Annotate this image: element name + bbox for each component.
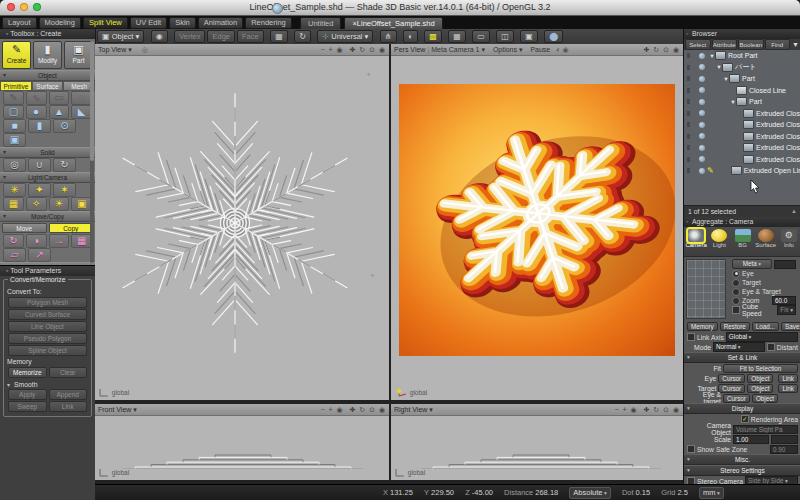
eye-link-button[interactable]: Link xyxy=(778,374,798,383)
aggregate-tab-info[interactable]: ⚙Info xyxy=(778,229,800,248)
smooth-section-header[interactable]: Smooth xyxy=(7,381,88,388)
right-view-header[interactable]: Right View ▾ − + ◉ ✚ ↻ ⊙ ◉ xyxy=(391,404,683,416)
circle-icon[interactable]: ◌ xyxy=(71,91,92,105)
workspace-tab-animation[interactable]: Animation xyxy=(198,17,243,29)
zoom-value[interactable]: 60.0 xyxy=(772,296,796,305)
save-button[interactable]: Save... xyxy=(781,322,800,331)
right-viewport[interactable]: Right View ▾ − + ◉ ✚ ↻ ⊙ ◉ global xyxy=(391,404,683,480)
layout-single-button[interactable]: ▭ xyxy=(472,30,490,43)
radio-eye-target[interactable] xyxy=(732,288,740,296)
tree-item-[interactable]: ▼パート xyxy=(684,62,800,74)
clear-button[interactable]: Clear xyxy=(49,367,88,378)
rendering-area-checkbox[interactable]: ✓ xyxy=(741,415,749,423)
stereo-section-header[interactable]: Stereo Settings xyxy=(684,465,800,476)
target-cursor-button[interactable]: Cursor xyxy=(718,384,745,393)
misc-section-header[interactable]: Misc. xyxy=(684,454,800,465)
grid-snap-button[interactable]: ▩ xyxy=(424,30,442,43)
link-axis-checkbox[interactable] xyxy=(687,333,695,341)
point-light-icon[interactable]: ✳ xyxy=(3,183,26,197)
aggregate-title[interactable]: Aggregate : Camera xyxy=(684,217,800,227)
torus-icon[interactable]: ◎ xyxy=(3,158,26,172)
mirror-copy-icon[interactable]: ◑ xyxy=(26,234,47,248)
aggregate-tab-surface[interactable]: Surface xyxy=(755,229,777,248)
copy-button[interactable]: Copy xyxy=(49,223,94,233)
browser-tab-find[interactable]: Find xyxy=(765,39,791,50)
camera-meta-dropdown[interactable]: Meta xyxy=(732,259,772,269)
move-button[interactable]: Move xyxy=(2,223,47,233)
visibility-dot-icon[interactable] xyxy=(699,133,705,139)
object-tab-primitive[interactable]: Primitive xyxy=(0,81,32,91)
sweep-icon[interactable]: ∪ xyxy=(28,158,51,172)
layout-quad-button[interactable]: ▣ xyxy=(520,30,538,43)
browser-title[interactable]: Browser xyxy=(684,29,800,39)
smooth-link-button[interactable]: Link xyxy=(49,401,88,412)
path-light-icon[interactable]: ✧ xyxy=(26,197,47,211)
safe-zone-checkbox[interactable] xyxy=(687,445,695,453)
visibility-dot-icon[interactable] xyxy=(699,87,705,93)
visibility-dot-icon[interactable] xyxy=(699,122,705,128)
resize-handle-icon[interactable]: ▲ xyxy=(791,206,797,217)
render-flag-icon[interactable] xyxy=(687,99,690,104)
close-window-icon[interactable] xyxy=(7,3,15,11)
fit-to-selection-button[interactable]: Fit to Selection xyxy=(723,364,798,373)
cube-speed-value[interactable]: Fix xyxy=(777,305,796,315)
top-view-controls[interactable]: − + ◉ ✚ ↻ ⊙ ◉ xyxy=(320,44,386,55)
rounded-box-icon[interactable]: ▢ xyxy=(3,105,24,119)
selection-mode-face[interactable]: Face xyxy=(237,30,264,43)
tree-item-extruded-closed[interactable]: Extruded Closed xyxy=(684,142,800,154)
object-section-header[interactable]: Object xyxy=(0,70,95,81)
tree-item-root-part[interactable]: ▼Root Part xyxy=(684,50,800,62)
smooth-apply-button[interactable]: Apply xyxy=(8,389,47,400)
universal-manipulator-button[interactable]: ⊹ Universal ▾ xyxy=(317,30,373,43)
memory-button[interactable]: Memory xyxy=(687,322,718,331)
render-flag-icon[interactable] xyxy=(687,157,690,162)
translate-copy-icon[interactable]: → xyxy=(49,234,70,248)
convert-line-object-button[interactable]: Line Object xyxy=(8,321,87,332)
minimize-window-icon[interactable] xyxy=(20,3,28,11)
camera-mini-viewport[interactable] xyxy=(686,259,726,319)
display-section-header[interactable]: Display xyxy=(684,403,800,414)
pose-tool-button[interactable]: ◐ xyxy=(403,30,418,43)
ambient-light-icon[interactable]: ☀ xyxy=(49,197,70,211)
memorize-button[interactable]: Memorize xyxy=(8,367,47,378)
solid-section-header[interactable]: Solid xyxy=(0,147,95,158)
render-settings-icon[interactable]: ◐ xyxy=(556,46,560,53)
revolve-icon[interactable]: ↻ xyxy=(53,158,76,172)
render-flag-icon[interactable] xyxy=(687,168,690,173)
browser-tab-select[interactable]: Select xyxy=(685,39,711,50)
array-copy-icon[interactable]: ▦ xyxy=(71,234,92,248)
visibility-dot-icon[interactable] xyxy=(699,53,705,59)
eye-target-object-button[interactable]: Object xyxy=(752,394,778,403)
spot-light-icon[interactable]: ✦ xyxy=(28,183,51,197)
visibility-dot-icon[interactable] xyxy=(699,99,705,105)
toolbox-part-button[interactable]: ▣Part xyxy=(64,41,93,69)
workspace-tab-modeling[interactable]: Modeling xyxy=(39,17,81,29)
selection-mode-edge[interactable]: Edge xyxy=(207,30,235,43)
eye-object-button[interactable]: Object xyxy=(747,374,773,383)
visibility-dot-icon[interactable] xyxy=(699,110,705,116)
toolbox-modify-button[interactable]: ▮Modify xyxy=(33,41,62,69)
tree-item-extruded-closed[interactable]: Extruded Closed xyxy=(684,131,800,143)
render-info-icon[interactable]: ◉ xyxy=(562,46,568,53)
pen-icon[interactable]: ✎ xyxy=(3,91,24,105)
browser-tab-attribute[interactable]: Attribute xyxy=(712,39,738,50)
render-preview-button[interactable]: ⬤ xyxy=(544,30,563,43)
camera-object-options[interactable]: Volume Sight Pa xyxy=(733,425,798,434)
workspace-tab-uv-edit[interactable]: UV Edit xyxy=(130,17,167,29)
rotate-tool-button[interactable]: ↻ xyxy=(294,30,311,43)
eye-target-cursor-button[interactable]: Cursor xyxy=(723,394,750,403)
tree-item-extruded-closed[interactable]: Extruded Closed xyxy=(684,108,800,120)
distant-checkbox[interactable] xyxy=(767,343,775,351)
front-viewport[interactable]: Front View ▾ − + ◉ ✚ ↻ ⊙ ◉ global xyxy=(95,404,389,480)
set-link-section-header[interactable]: Set & Link xyxy=(684,352,800,363)
smooth-append-button[interactable]: Append xyxy=(49,389,88,400)
absolute-dropdown[interactable]: Absolute xyxy=(569,487,610,499)
scale-input[interactable]: 1.00 xyxy=(733,435,769,444)
load-button[interactable]: Load... xyxy=(752,322,779,331)
render-flag-icon[interactable] xyxy=(687,111,690,116)
convert-polygon-mesh-button[interactable]: Polygon Mesh xyxy=(8,297,87,308)
skeleton-tool-button[interactable]: ⋔ xyxy=(380,30,397,43)
object-tab-surface[interactable]: Surface xyxy=(32,81,64,91)
workspace-tab-skin[interactable]: Skin xyxy=(169,17,196,29)
workspace-tab-split-view[interactable]: Split View xyxy=(83,17,128,29)
